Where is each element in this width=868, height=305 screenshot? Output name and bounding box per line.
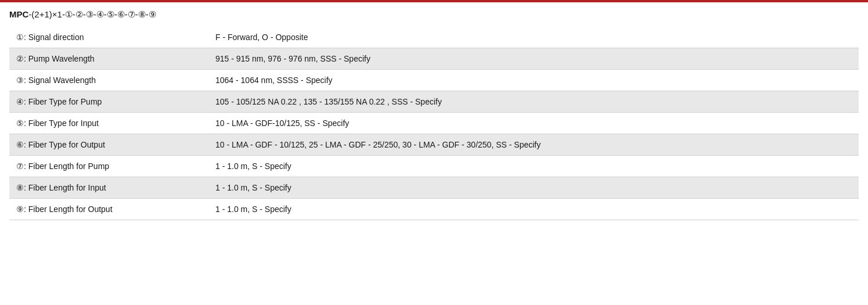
row-label: ⑦: Fiber Length for Pump [9, 156, 208, 177]
row-label: ⑤: Fiber Type for Input [9, 113, 208, 134]
table-row: ⑦: Fiber Length for Pump1 - 1.0 m, S - S… [9, 156, 859, 177]
row-value: 1 - 1.0 m, S - Specify [208, 177, 859, 199]
row-value: 10 - LMA - GDF-10/125, SS - Specify [208, 113, 859, 134]
table-row: ⑧: Fiber Length for Input1 - 1.0 m, S - … [9, 177, 859, 199]
spec-table: ①: Signal directionF - Forward, O - Oppo… [9, 27, 859, 220]
table-row: ⑥: Fiber Type for Output10 - LMA - GDF -… [9, 134, 859, 156]
row-label: ②: Pump Wavelength [9, 48, 208, 70]
table-row: ③: Signal Wavelength1064 - 1064 nm, SSSS… [9, 70, 859, 91]
page-title: MPC-(2+1)×1-①-②-③-④-⑤-⑥-⑦-⑧-⑨ [9, 9, 859, 20]
title-bold: MPC [9, 9, 28, 19]
row-label: ①: Signal direction [9, 27, 208, 48]
row-value: 1 - 1.0 m, S - Specify [208, 156, 859, 177]
row-value: 1064 - 1064 nm, SSSS - Specify [208, 70, 859, 91]
table-row: ⑤: Fiber Type for Input10 - LMA - GDF-10… [9, 113, 859, 134]
table-row: ①: Signal directionF - Forward, O - Oppo… [9, 27, 859, 48]
row-value: 1 - 1.0 m, S - Specify [208, 199, 859, 220]
title-rest: -(2+1)×1-①-②-③-④-⑤-⑥-⑦-⑧-⑨ [28, 9, 156, 19]
row-value: F - Forward, O - Opposite [208, 27, 859, 48]
row-value: 105 - 105/125 NA 0.22 , 135 - 135/155 NA… [208, 91, 859, 113]
row-value: 10 - LMA - GDF - 10/125, 25 - LMA - GDF … [208, 134, 859, 156]
row-value: 915 - 915 nm, 976 - 976 nm, SSS - Specif… [208, 48, 859, 70]
table-row: ②: Pump Wavelength915 - 915 nm, 976 - 97… [9, 48, 859, 70]
table-row: ④: Fiber Type for Pump105 - 105/125 NA 0… [9, 91, 859, 113]
row-label: ⑨: Fiber Length for Output [9, 199, 208, 220]
row-label: ⑧: Fiber Length for Input [9, 177, 208, 199]
row-label: ④: Fiber Type for Pump [9, 91, 208, 113]
row-label: ③: Signal Wavelength [9, 70, 208, 91]
table-row: ⑨: Fiber Length for Output1 - 1.0 m, S -… [9, 199, 859, 220]
row-label: ⑥: Fiber Type for Output [9, 134, 208, 156]
